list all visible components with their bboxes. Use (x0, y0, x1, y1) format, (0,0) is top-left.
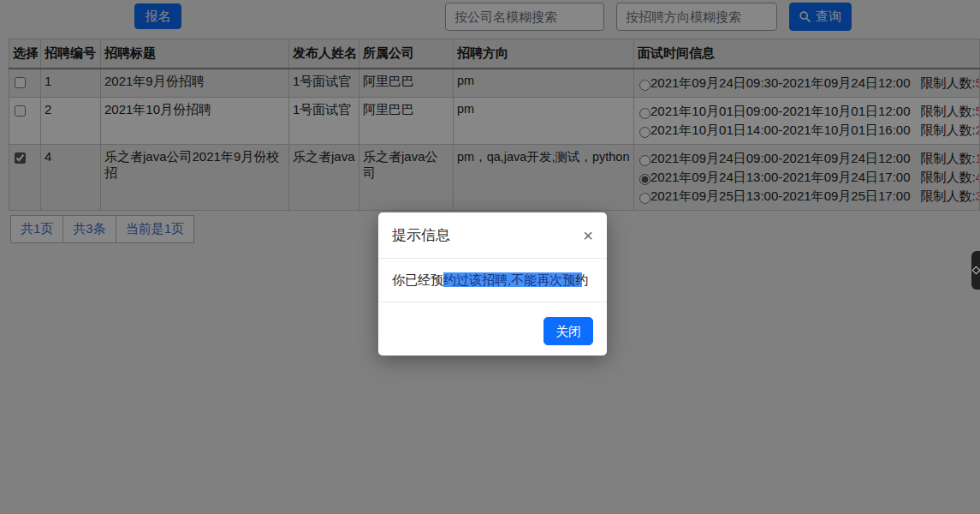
modal-header: 提示信息 × (378, 212, 607, 259)
modal-close-button[interactable]: 关闭 (543, 317, 593, 345)
side-panel-handle[interactable] (971, 251, 980, 290)
modal-message-selected-text: 约过该招聘,不能再次预 (443, 272, 575, 287)
modal-footer: 关闭 (378, 302, 607, 356)
modal-title: 提示信息 (392, 225, 450, 245)
modal-message-suffix: 约 (575, 272, 588, 287)
modal-message: 你已经预约过该招聘,不能再次预约 (378, 259, 607, 302)
alert-modal: 提示信息 × 你已经预约过该招聘,不能再次预约 关闭 (378, 212, 607, 356)
modal-message-prefix: 你已经预 (392, 272, 443, 287)
close-icon[interactable]: × (583, 227, 593, 244)
chevron-left-icon (972, 266, 980, 275)
